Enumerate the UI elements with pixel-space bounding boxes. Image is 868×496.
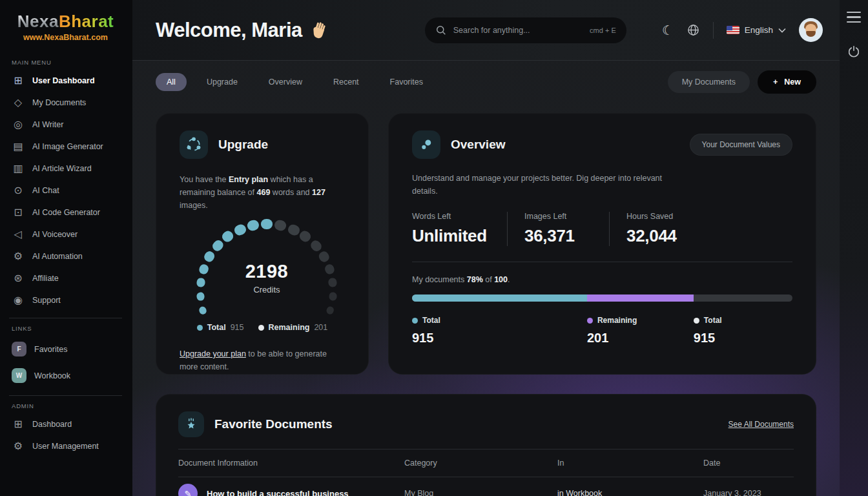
credits-label: Credits bbox=[180, 285, 354, 294]
upgrade-card: Upgrade You have the Entry plan which ha… bbox=[156, 113, 369, 375]
upgrade-plan-link[interactable]: Upgrade your plan bbox=[180, 349, 246, 358]
sidebar-section-links: LINKS bbox=[12, 325, 123, 332]
header-divider bbox=[713, 22, 714, 39]
search-bar[interactable]: cmd + E bbox=[425, 17, 626, 43]
column-category: Category bbox=[404, 459, 557, 468]
overview-dots-icon bbox=[412, 130, 440, 159]
search-shortcut: cmd + E bbox=[590, 26, 616, 34]
filter-chips: All Upgrade Overview Recent Favorites bbox=[156, 73, 434, 91]
overview-card-title: Overview bbox=[451, 138, 506, 152]
chip-upgrade[interactable]: Upgrade bbox=[196, 73, 249, 91]
hamburger-menu-icon[interactable] bbox=[847, 12, 861, 23]
favorite-documents-card: Favorite Documents See All Documents Doc… bbox=[156, 394, 816, 496]
documents-progress-bar bbox=[412, 294, 792, 302]
upgrade-description: You have the Entry plan which has a rema… bbox=[180, 173, 345, 212]
sidebar-section-main-menu: MAIN MENU bbox=[12, 59, 123, 66]
sidebar-item-label: AI Article Wizard bbox=[32, 164, 92, 173]
progress-legend-total-2: Total 915 bbox=[694, 316, 722, 346]
dark-mode-moon-icon[interactable]: ☾ bbox=[662, 23, 674, 38]
sidebar-item-label: Workbook bbox=[34, 371, 70, 380]
upgrade-card-title: Upgrade bbox=[218, 138, 268, 152]
column-date: Date bbox=[703, 459, 794, 468]
content-area: All Upgrade Overview Recent Favorites My… bbox=[132, 70, 840, 496]
globe-icon[interactable] bbox=[687, 23, 700, 37]
chip-all[interactable]: All bbox=[156, 73, 187, 91]
dashboard-grid-icon: ⊞ bbox=[12, 419, 25, 429]
column-document-information: Document Information bbox=[178, 459, 404, 468]
sidebar-item-label: Dashboard bbox=[32, 420, 72, 429]
sidebar-item-label: User Dashboard bbox=[32, 76, 95, 85]
new-button[interactable]: + New bbox=[758, 70, 816, 94]
column-in: In bbox=[557, 459, 703, 468]
sidebar-item-workbook[interactable]: W Workbook bbox=[8, 362, 123, 389]
sidebar-item-admin-dashboard[interactable]: ⊞ Dashboard bbox=[8, 413, 123, 435]
right-rail bbox=[840, 0, 868, 496]
stat-images-left: Images Left 36,371 bbox=[507, 212, 609, 246]
sidebar-item-user-management[interactable]: ⚙ User Management bbox=[8, 435, 123, 457]
stat-hours-saved: Hours Saved 32,044 bbox=[609, 212, 694, 246]
upgrade-sync-icon bbox=[180, 130, 208, 159]
brand-logo[interactable]: NexaBharat www.NexaBharat.com bbox=[8, 12, 123, 42]
chat-bubble-icon: ⊙ bbox=[12, 185, 25, 196]
progress-legend-total: Total 915 bbox=[412, 316, 440, 346]
legend-remaining: Remaining 201 bbox=[258, 323, 328, 332]
plus-icon: + bbox=[773, 78, 778, 87]
table-row[interactable]: ✎ How to build a successful business My … bbox=[178, 477, 794, 496]
sidebar-item-label: AI Chat bbox=[32, 186, 59, 195]
document-values-button[interactable]: Your Document Values bbox=[690, 134, 792, 156]
new-button-label: New bbox=[784, 78, 801, 87]
document-date: January 3, 2023 bbox=[703, 489, 794, 496]
progress-segment-remaining bbox=[587, 294, 694, 302]
sidebar-item-favorites[interactable]: F Favorites bbox=[8, 336, 123, 362]
dashboard-grid-icon: ⊞ bbox=[12, 76, 25, 86]
sidebar-item-ai-article-wizard[interactable]: ▥ AI Article Wizard bbox=[8, 158, 123, 180]
chip-favorites[interactable]: Favorites bbox=[379, 73, 434, 91]
table-header-row: Document Information Category In Date bbox=[178, 450, 794, 477]
see-all-documents-link[interactable]: See All Documents bbox=[728, 420, 794, 429]
sidebar: NexaBharat www.NexaBharat.com MAIN MENU … bbox=[0, 0, 132, 496]
app-root: NexaBharat www.NexaBharat.com MAIN MENU … bbox=[0, 0, 868, 496]
my-documents-button[interactable]: My Documents bbox=[668, 71, 750, 93]
white-dot-icon bbox=[258, 325, 264, 331]
language-selector[interactable]: English bbox=[727, 25, 786, 35]
sidebar-item-ai-voiceover[interactable]: ◁ AI Voiceover bbox=[8, 223, 123, 245]
sidebar-item-ai-image-generator[interactable]: ▤ AI Image Generator bbox=[8, 136, 123, 158]
sparkle-star-icon bbox=[178, 411, 204, 437]
cube-icon: ◇ bbox=[12, 98, 25, 108]
sidebar-item-label: Affiliate bbox=[32, 274, 59, 283]
sidebar-item-user-dashboard[interactable]: ⊞ User Dashboard bbox=[8, 70, 123, 92]
user-avatar[interactable] bbox=[799, 18, 823, 42]
welcome-text: Welcome, Maria bbox=[156, 19, 302, 42]
sidebar-item-label: AI Image Generator bbox=[32, 142, 103, 151]
avatar-beard bbox=[806, 31, 816, 37]
power-icon[interactable] bbox=[847, 45, 861, 59]
sidebar-item-affiliate[interactable]: ⊛ Affiliate bbox=[8, 267, 123, 289]
legend-total: Total 915 bbox=[197, 323, 244, 332]
code-icon: ⊡ bbox=[12, 207, 25, 218]
brand-name-right: Bharat bbox=[59, 12, 114, 31]
sidebar-item-support[interactable]: ◉ Support bbox=[8, 289, 123, 311]
support-icon: ◉ bbox=[12, 295, 25, 305]
sidebar-item-ai-writer[interactable]: ◎ AI Writer bbox=[8, 114, 123, 136]
sidebar-item-ai-automation[interactable]: ⚙ AI Automation bbox=[8, 245, 123, 267]
overview-stats: Words Left Unlimited Images Left 36,371 … bbox=[412, 212, 792, 246]
chip-recent[interactable]: Recent bbox=[322, 73, 370, 91]
sidebar-section-admin: ADMIN bbox=[12, 402, 123, 409]
writer-icon: ◎ bbox=[12, 119, 25, 130]
white-dot-icon bbox=[694, 318, 699, 324]
sidebar-item-my-documents[interactable]: ◇ My Documents bbox=[8, 92, 123, 114]
purple-dot-icon bbox=[587, 318, 593, 324]
credits-value: 2198 bbox=[180, 261, 354, 282]
progress-legend-remaining: Remaining 201 bbox=[587, 316, 637, 346]
sidebar-item-label: My Documents bbox=[32, 98, 86, 107]
favorites-badge-icon: F bbox=[12, 342, 26, 356]
chip-overview[interactable]: Overview bbox=[258, 73, 313, 91]
search-input[interactable] bbox=[453, 26, 583, 35]
overview-divider bbox=[412, 262, 792, 262]
sidebar-item-ai-chat[interactable]: ⊙ AI Chat bbox=[8, 180, 123, 202]
sidebar-item-ai-code-generator[interactable]: ⊡ AI Code Generator bbox=[8, 202, 123, 223]
stat-words-left: Words Left Unlimited bbox=[412, 212, 507, 246]
article-icon: ▥ bbox=[12, 163, 25, 174]
gauge-legend: Total 915 Remaining 201 bbox=[180, 323, 345, 332]
favorites-card-title: Favorite Documents bbox=[214, 417, 333, 431]
